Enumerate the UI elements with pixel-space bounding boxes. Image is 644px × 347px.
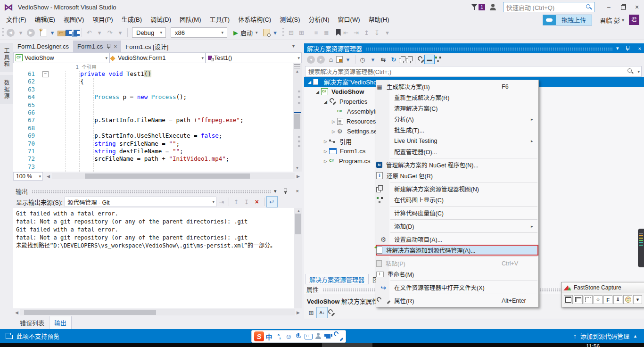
search-input[interactable]: 搜索解决方案资源管理器(Ctrl+;) [305, 67, 627, 76]
menu-item[interactable]: 体系结构(C) [234, 14, 275, 25]
save-all-icon[interactable] [74, 30, 80, 36]
scroll-left-icon[interactable]: ◀ [13, 310, 20, 315]
scrollbar-thumb[interactable] [85, 174, 250, 179]
avatar[interactable]: 君 [629, 15, 639, 25]
windows-taskbar[interactable]: 11:56 [0, 343, 644, 347]
sg-wrench-icon[interactable] [333, 331, 343, 341]
scroll-right-icon[interactable]: ▶ [295, 310, 302, 315]
fs-window-icon[interactable] [574, 295, 583, 304]
window-position-caret-icon[interactable]: ▾ [271, 188, 280, 194]
dropdown-caret-icon[interactable]: ▾ [343, 54, 353, 65]
scroll-up-icon[interactable]: ▲ [293, 69, 302, 74]
se-history-icon[interactable]: ◷ [357, 54, 368, 65]
new-project-icon[interactable] [40, 29, 47, 36]
fs-palette-icon[interactable] [623, 295, 632, 304]
menu-item[interactable]: 调试(D) [146, 14, 175, 25]
scrollbar-thumb[interactable] [294, 114, 300, 129]
context-menu-item[interactable]: Live Unit Testing▸ [376, 135, 538, 146]
sg-logo-icon[interactable]: S [254, 331, 264, 341]
menu-item[interactable]: 文件(F) [2, 14, 31, 25]
context-menu-item[interactable]: 在文件资源管理器中打开文件夹(X) [376, 282, 538, 293]
scroll-down-icon[interactable]: ▼ [293, 166, 302, 170]
dropdown-caret-icon[interactable]: ▾ [47, 27, 58, 38]
se-home-icon[interactable]: ⌂ [326, 54, 336, 65]
context-menu-item[interactable]: 设置启动项目(A)... [376, 234, 538, 245]
code-editor[interactable]: 1 个引用 61− private void Test1()62 {6364 P… [13, 63, 293, 172]
menu-item[interactable]: 视图(V) [59, 14, 88, 25]
output-vertical-scrollbar[interactable]: ▲ [294, 208, 302, 308]
faststone-title-bar[interactable]: FastStone Capture [561, 282, 644, 293]
dropdown-caret-icon[interactable]: ▾ [368, 54, 378, 65]
taskbar-button[interactable] [322, 343, 372, 347]
feedback-icon[interactable] [490, 4, 497, 10]
context-menu-item[interactable]: 清理解决方案(C) [376, 103, 538, 114]
tree-expander-icon[interactable]: ◢ [306, 80, 313, 84]
prop-alphabetical-icon[interactable]: A↓ [316, 307, 328, 318]
nav-dropdown[interactable]: VedioShow.Form1▾ [109, 52, 206, 63]
sg-skin-icon[interactable] [323, 331, 333, 341]
panel-tab[interactable]: 解决方案资源管理器 [305, 274, 369, 284]
out-word-wrap-icon[interactable]: ↵ [266, 196, 278, 207]
codelens-references[interactable]: 1 个引用 [76, 64, 97, 70]
context-menu-item[interactable]: 重命名(M) [376, 269, 538, 280]
se-collapse-all-icon[interactable] [399, 56, 406, 63]
bookmark-icon[interactable] [336, 29, 341, 36]
close-icon[interactable]: × [114, 43, 117, 50]
editor-vertical-scrollbar[interactable]: ▲ ▼ [293, 63, 302, 172]
menu-item[interactable]: 编辑(E) [31, 14, 59, 25]
context-menu-item[interactable]: 在代码图上显示(C) [376, 194, 538, 205]
add-to-source-control-action[interactable]: ↑ 添加到源代码管理 ▲ [573, 329, 637, 343]
context-menu-item[interactable]: 属性(R)Alt+Enter [376, 295, 538, 306]
solution-search-box[interactable]: 搜索解决方案资源管理器(Ctrl+;) ▾ [305, 66, 642, 77]
find-in-files-icon[interactable] [263, 29, 270, 36]
context-menu-item[interactable]: 将解决方案添加到源代码管理(A)... [376, 245, 538, 256]
sg-mode-icon[interactable]: 中 [264, 331, 274, 341]
sg-punct-icon[interactable]: °, [274, 331, 284, 341]
nav-dropdown[interactable]: Test1()▾ [206, 52, 302, 63]
tree-expander-icon[interactable]: ▷ [322, 159, 329, 164]
fold-collapse-icon[interactable]: − [42, 71, 49, 77]
se-back-icon[interactable]: ◂ [307, 56, 315, 64]
menu-item[interactable]: 窗口(W) [334, 14, 364, 25]
user-name[interactable]: 君临 彭 [600, 16, 620, 25]
sg-emoticon-icon[interactable]: ☺ [284, 331, 294, 341]
context-menu-item[interactable]: 新建解决方案资源管理器视图(N) [376, 183, 538, 194]
scroll-up-icon[interactable]: ▲ [294, 209, 302, 213]
editor-tab[interactable]: Form1.cs [设计] [121, 41, 173, 52]
dropdown-caret-icon[interactable]: ▾ [270, 27, 281, 38]
prop-property-pages-icon[interactable] [328, 309, 335, 316]
fs-region-icon[interactable] [584, 295, 593, 304]
se-refresh-icon[interactable]: ↻ [388, 54, 399, 65]
notification-badge[interactable]: 1 [479, 4, 485, 10]
close-icon[interactable]: × [636, 46, 644, 51]
close-icon[interactable]: × [293, 188, 302, 194]
scroll-right-icon[interactable]: ▶ [295, 174, 302, 179]
menu-item[interactable]: 团队(M) [175, 14, 206, 25]
tree-expander-icon[interactable]: ▷ [322, 139, 329, 144]
notifications-icon[interactable] [471, 4, 477, 10]
output-horizontal-scrollbar[interactable]: ◀ ▶ [13, 308, 302, 316]
fs-fullscreen-icon[interactable]: F [603, 295, 612, 304]
scrollbar-thumb[interactable] [295, 214, 301, 234]
se-pending-filter-icon[interactable] [336, 56, 343, 63]
output-title-bar[interactable]: 输出 ▾ × [13, 186, 302, 196]
toolbar-grip[interactable] [2, 28, 4, 37]
configuration-dropdown[interactable]: Debug▾ [132, 27, 166, 38]
fs-active-window-icon[interactable] [564, 295, 573, 304]
panel-tab[interactable]: 错误列表 [15, 316, 49, 329]
context-menu-item[interactable]: 分析(A)▸ [376, 114, 538, 124]
tab-list-caret-icon[interactable]: ▾ [292, 43, 295, 49]
context-menu-item[interactable]: 计算代码度量值(C) [376, 207, 538, 218]
editor-tab[interactable]: Form1.Designer.cs [13, 41, 73, 52]
menu-item[interactable]: 分析(N) [305, 14, 334, 25]
edge-color-strip[interactable] [638, 229, 644, 267]
se-properties-icon[interactable] [417, 56, 424, 63]
menu-item[interactable]: 项目(P) [88, 14, 117, 25]
context-menu-item[interactable]: 添加(D)▸ [376, 221, 538, 231]
start-button[interactable]: ▶ 启动 ▾ [233, 28, 259, 37]
splitter-grip[interactable] [294, 64, 300, 69]
search-icon[interactable] [586, 4, 592, 10]
left-strip-tab[interactable]: 工具箱 [0, 43, 13, 72]
pin-icon[interactable] [626, 45, 636, 51]
left-strip-tab[interactable]: 数据源 [0, 75, 13, 104]
